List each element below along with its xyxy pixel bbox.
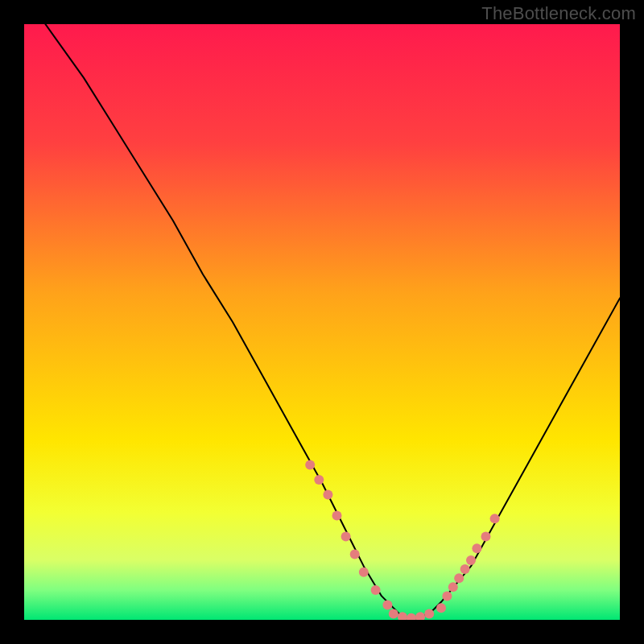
data-point <box>341 531 351 541</box>
data-point <box>350 550 360 559</box>
watermark-text: TheBottleneck.com <box>481 3 636 24</box>
data-point <box>460 564 470 574</box>
data-point <box>389 609 398 619</box>
chart-frame: TheBottleneck.com <box>0 0 644 644</box>
data-point <box>436 603 446 613</box>
data-point <box>407 613 416 623</box>
data-point <box>448 582 458 592</box>
data-point <box>332 511 342 521</box>
data-point <box>323 490 332 500</box>
data-point <box>424 609 434 619</box>
data-point <box>472 543 481 553</box>
data-point <box>415 612 425 621</box>
data-point <box>490 514 500 523</box>
data-point <box>359 568 369 577</box>
data-point <box>466 555 476 565</box>
data-point <box>442 591 452 601</box>
data-point <box>371 585 381 595</box>
data-point <box>305 460 315 470</box>
data-point <box>454 573 464 583</box>
data-point <box>398 612 407 621</box>
gradient-background <box>24 24 620 620</box>
data-point <box>481 531 491 541</box>
bottleneck-chart <box>0 0 644 644</box>
data-point <box>382 601 392 610</box>
data-point <box>314 475 324 485</box>
